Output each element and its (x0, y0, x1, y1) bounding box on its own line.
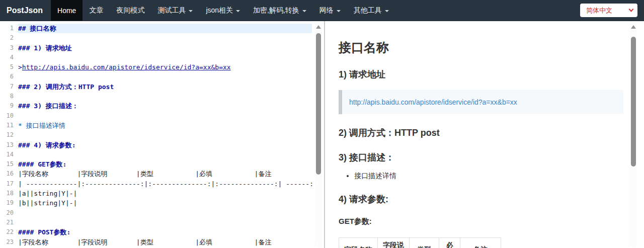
nav-item-label: Home (57, 7, 76, 15)
line-number: 22 (0, 227, 18, 237)
editor-line-text (18, 150, 312, 159)
line-number: 15 (0, 159, 18, 169)
table-header-cell: 字段说明 (378, 238, 410, 248)
table-header-cell: 字段名称 (339, 238, 378, 248)
editor-line: 14 (0, 150, 324, 159)
markdown-heading-token: ### 1) 请求地址 (18, 44, 72, 52)
editor-lines: 1## 接口名称23### 1) 请求地址45>http://apis.baid… (0, 24, 324, 247)
table-header-cell: 类型 (410, 238, 439, 248)
caret-down-icon (302, 10, 306, 12)
brand-logo[interactable]: PostJson (0, 0, 51, 21)
editor-line: 6 (0, 72, 324, 81)
editor-scrollbar[interactable] (315, 22, 322, 247)
line-number: 4 (0, 53, 18, 62)
preview-link[interactable]: http://apis.baidu.com/apistore/idservice… (349, 98, 517, 106)
editor-line-text: |字段名称 |字段说明 |类型 |必填 |备注 | (18, 169, 317, 179)
line-number: 20 (0, 208, 18, 218)
editor-line-text: ### 1) 请求地址 (18, 43, 312, 53)
editor-line-text: ### 3) 接口描述： (18, 101, 312, 111)
editor-line-text: #### GET参数: (18, 159, 312, 169)
editor-line: 16|字段名称 |字段说明 |类型 |必填 |备注 | (0, 169, 324, 179)
line-number: 13 (0, 140, 18, 150)
editor-line: 23|字段名称 |字段说明 |类型 |必填 |备注 | (0, 237, 324, 247)
nav-item-label: 加密,解码,转换 (253, 6, 299, 15)
editor-line: 20 (0, 208, 324, 218)
nav-item[interactable]: 文章 (83, 0, 110, 21)
markdown-quote-token: > (18, 63, 22, 71)
editor-line-text: #### POST参数: (18, 227, 312, 237)
markdown-editor[interactable]: 1## 接口名称23### 1) 请求地址45>http://apis.baid… (0, 21, 325, 248)
nav-item-label: 文章 (89, 6, 103, 15)
editor-line: 1## 接口名称 (0, 24, 324, 33)
editor-line: 18|a||string|Y|-| (0, 189, 324, 198)
preview-scrollbar[interactable] (630, 22, 637, 247)
language-select[interactable]: 简体中文 (580, 4, 637, 17)
editor-line-text: >http://apis.baidu.com/apistore/idservic… (18, 62, 312, 72)
caret-down-icon (337, 10, 341, 12)
preview-heading: 4) 请求参数: (339, 193, 614, 205)
table-header-cell: 必填 (439, 238, 460, 248)
editor-line-text: * 接口描述详情 (18, 121, 312, 130)
line-number: 3 (0, 43, 18, 53)
nav-item[interactable]: 夜间模式 (110, 0, 151, 21)
preview-heading: 接口名称 (339, 39, 614, 56)
editor-line: 21 (0, 218, 324, 227)
nav-item[interactable]: 其他工具 (347, 0, 395, 21)
editor-line-text (18, 92, 312, 101)
nav-item-label: json相关 (206, 6, 233, 15)
parameters-table: 字段名称字段说明类型必填备注astringY-bstringY- (339, 237, 501, 248)
editor-line: 2 (0, 33, 324, 43)
scroll-up-icon[interactable] (631, 25, 636, 29)
line-number: 21 (0, 218, 18, 227)
editor-line-text: | -------------|:--------------:|:------… (18, 179, 317, 189)
line-number: 7 (0, 82, 18, 92)
editor-line: 15#### GET参数: (0, 159, 324, 169)
editor-line-text: ## 接口名称 (18, 24, 312, 33)
markdown-heading-token: ### 3) 接口描述： (18, 102, 78, 110)
editor-line-text (18, 111, 312, 121)
preview-heading: 2) 调用方式：HTTP post (339, 127, 614, 139)
editor-line: 3### 1) 请求地址 (0, 43, 324, 53)
nav-item[interactable]: 网络 (313, 0, 347, 21)
language-select-value: 简体中文 (586, 6, 612, 15)
line-number: 19 (0, 198, 18, 208)
markdown-list-token: * 接口描述详情 (18, 122, 65, 129)
line-number: 16 (0, 169, 18, 179)
preview-heading: 1) 请求地址 (339, 68, 614, 80)
editor-scrollbar-thumb[interactable] (316, 33, 321, 175)
editor-line: 7### 2) 调用方式：HTTP post (0, 82, 324, 92)
chevron-down-icon (629, 7, 634, 12)
nav-item-label: 网络 (319, 6, 334, 15)
table-header-cell: 备注 (460, 238, 501, 248)
editor-line-text: ### 4) 请求参数: (18, 140, 312, 150)
markdown-preview: 接口名称1) 请求地址http://apis.baidu.com/apistor… (325, 21, 644, 248)
caret-down-icon (189, 10, 193, 12)
editor-line: 8 (0, 92, 324, 101)
line-number: 9 (0, 101, 18, 111)
markdown-heading-token: ### 4) 请求参数: (18, 141, 76, 149)
nav-item[interactable]: Home (51, 0, 83, 21)
table-header-row: 字段名称字段说明类型必填备注 (339, 238, 501, 248)
nav-item-label: 测试工具 (157, 6, 186, 15)
editor-line: 5>http://apis.baidu.com/apistore/idservi… (0, 62, 324, 72)
nav-item-label: 夜间模式 (116, 6, 144, 15)
markdown-heading-token: #### GET参数: (18, 160, 66, 168)
scroll-up-icon[interactable] (316, 25, 321, 29)
editor-line-text (18, 33, 312, 43)
split-view: 1## 接口名称23### 1) 请求地址45>http://apis.baid… (0, 21, 644, 248)
editor-line-text (18, 218, 312, 227)
nav-item[interactable]: 加密,解码,转换 (247, 0, 313, 21)
line-number: 23 (0, 237, 18, 247)
preview-scrollbar-thumb[interactable] (631, 37, 636, 167)
navbar: PostJson Home文章夜间模式测试工具json相关加密,解码,转换网络其… (0, 0, 644, 21)
navbar-items: Home文章夜间模式测试工具json相关加密,解码,转换网络其他工具 (51, 0, 395, 21)
preview-heading: GET参数: (339, 217, 614, 226)
markdown-link-token: http://apis.baidu.com/apistore/idservice… (22, 63, 231, 71)
editor-line: 12 (0, 130, 324, 140)
line-number: 11 (0, 121, 18, 130)
editor-line: 9### 3) 接口描述： (0, 101, 324, 111)
nav-item[interactable]: json相关 (199, 0, 247, 21)
line-number: 10 (0, 111, 18, 121)
nav-item[interactable]: 测试工具 (151, 0, 199, 21)
editor-line: 11* 接口描述详情 (0, 121, 324, 130)
